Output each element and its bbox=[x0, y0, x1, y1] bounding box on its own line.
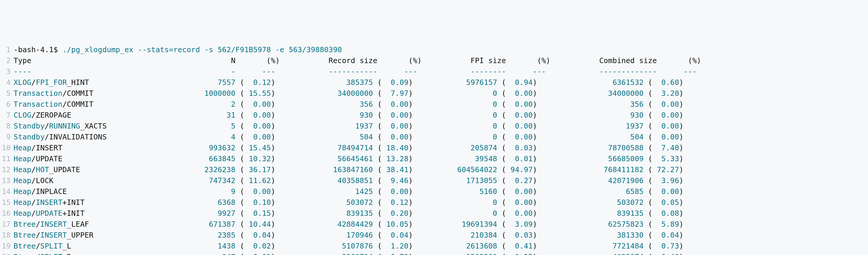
cmd-val-e: 563/39880390 bbox=[288, 45, 342, 54]
code-line: Btree/INSERT_LEAF 671387 ( 10.44) 428844… bbox=[13, 219, 701, 230]
table-row: Heap/LOCK 747342 ( 11.62) 40358851 ( 9.4… bbox=[13, 176, 683, 185]
prompt: -bash-4.1$ bbox=[13, 45, 62, 54]
line-number-gutter: 1234567891011121314151617181920212223 bbox=[0, 44, 13, 255]
table-row: Heap/INSERT+INIT 6368 ( 0.10) 503072 ( 0… bbox=[13, 198, 683, 206]
table-row: Heap/UPDATE+INIT 9927 ( 0.15) 839135 ( 0… bbox=[13, 209, 683, 218]
table-row: Standby/RUNNING_XACTS 5 ( 0.00) 1937 ( 0… bbox=[13, 122, 683, 130]
table-row: XLOG/FPI_FOR_HINT 7557 ( 0.12) 385375 ( … bbox=[13, 78, 683, 87]
code-line: Heap/UPDATE 663845 ( 10.32) 56645461 ( 1… bbox=[13, 153, 701, 164]
line-number: 20 bbox=[2, 251, 10, 255]
table-row: Heap/INPLACE 9 ( 0.00) 1425 ( 0.00) 5160… bbox=[13, 187, 683, 196]
cmd-flag-s: -s bbox=[204, 45, 213, 54]
table-row: Heap/UPDATE 663845 ( 10.32) 56645461 ( 1… bbox=[13, 155, 683, 163]
code-line: Heap/INSERT 993632 ( 15.45) 78494714 ( 1… bbox=[13, 142, 701, 153]
table-row: Heap/INSERT 993632 ( 15.45) 78494714 ( 1… bbox=[13, 144, 683, 152]
table-row: Btree/SPLIT_R 947 ( 0.01) 3360714 ( 0.79… bbox=[13, 253, 683, 255]
hdr-cs-pct: (%) bbox=[657, 56, 702, 65]
line-number: 15 bbox=[2, 197, 10, 208]
hdr-cs: Combined size bbox=[550, 56, 657, 65]
code-line: Btree/SPLIT_L 1438 ( 0.02) 5107876 ( 1.2… bbox=[13, 241, 701, 251]
sep-fs-pct: --- bbox=[506, 67, 546, 76]
table-row: Btree/INSERT_LEAF 671387 ( 10.44) 428844… bbox=[13, 220, 683, 228]
line-number: 19 bbox=[2, 241, 10, 251]
hdr-n: N bbox=[191, 56, 236, 65]
code-line: Heap/UPDATE+INIT 9927 ( 0.15) 839135 ( 0… bbox=[13, 208, 701, 219]
hdr-fs-pct: (%) bbox=[506, 56, 551, 65]
line-number: 9 bbox=[2, 131, 10, 142]
sep-rs: ----------- bbox=[280, 67, 377, 76]
code-line: XLOG/FPI_FOR_HINT 7557 ( 0.12) 385375 ( … bbox=[13, 77, 701, 88]
code-line: Standby/RUNNING_XACTS 5 ( 0.00) 1937 ( 0… bbox=[13, 121, 701, 131]
sep-rs-pct: --- bbox=[377, 67, 417, 76]
sep-fs: -------- bbox=[422, 67, 506, 76]
code-line: Btree/INSERT_UPPER 2385 ( 0.04) 170946 (… bbox=[13, 230, 701, 241]
code-line: Heap/INSERT+INIT 6368 ( 0.10) 503072 ( 0… bbox=[13, 197, 701, 208]
line-number: 17 bbox=[2, 219, 10, 230]
line-number: 14 bbox=[2, 186, 10, 197]
line-number: 3 bbox=[2, 66, 10, 77]
code-line: Transaction/COMMIT 2 ( 0.00) 356 ( 0.00)… bbox=[13, 99, 701, 110]
code-line: Heap/INPLACE 9 ( 0.00) 1425 ( 0.00) 5160… bbox=[13, 186, 701, 197]
line-number: 8 bbox=[2, 121, 10, 131]
line-number: 16 bbox=[2, 208, 10, 219]
hdr-fs: FPI size bbox=[422, 56, 506, 65]
hdr-type: Type bbox=[13, 56, 191, 65]
code-line: Btree/SPLIT_R 947 ( 0.01) 3360714 ( 0.79… bbox=[13, 251, 701, 255]
code-line: CLOG/ZEROPAGE 31 ( 0.00) 930 ( 0.00) 0 (… bbox=[13, 110, 701, 121]
line-number: 6 bbox=[2, 99, 10, 110]
code-line: Transaction/COMMIT 1000000 ( 15.55) 3400… bbox=[13, 88, 701, 99]
table-row: Transaction/COMMIT 1000000 ( 15.55) 3400… bbox=[13, 89, 683, 98]
code-line: Standby/INVALIDATIONS 4 ( 0.00) 504 ( 0.… bbox=[13, 131, 701, 142]
sep-type: ---- bbox=[13, 67, 191, 76]
table-row: CLOG/ZEROPAGE 31 ( 0.00) 930 ( 0.00) 0 (… bbox=[13, 111, 683, 119]
line-number: 13 bbox=[2, 175, 10, 186]
line-number: 4 bbox=[2, 77, 10, 88]
line-number: 2 bbox=[2, 55, 10, 66]
table-row: Btree/INSERT_UPPER 2385 ( 0.04) 170946 (… bbox=[13, 231, 683, 240]
line-number: 10 bbox=[2, 142, 10, 153]
hdr-rs: Record size bbox=[280, 56, 377, 65]
code-line: ---- - --- ----------- --- -------- --- … bbox=[13, 66, 701, 77]
cmd-flag-e: -e bbox=[275, 45, 284, 54]
line-number: 11 bbox=[2, 153, 10, 164]
code-line: -bash-4.1$ ./pg_xlogdump_ex --stats=reco… bbox=[13, 44, 701, 55]
line-number: 5 bbox=[2, 88, 10, 99]
line-number: 18 bbox=[2, 230, 10, 241]
sep-cs: ------------- bbox=[550, 67, 657, 76]
table-row: Transaction/COMMIT 2 ( 0.00) 356 ( 0.00)… bbox=[13, 100, 683, 108]
table-row: Heap/HOT_UPDATE 2326238 ( 36.17) 1638471… bbox=[13, 165, 683, 174]
line-number: 12 bbox=[2, 164, 10, 175]
sep-n: - bbox=[191, 67, 236, 76]
code-line: Heap/LOCK 747342 ( 11.62) 40358851 ( 9.4… bbox=[13, 175, 701, 186]
hdr-rs-pct: (%) bbox=[377, 56, 422, 65]
sep-cs-pct: --- bbox=[657, 67, 697, 76]
line-number: 1 bbox=[2, 44, 10, 55]
terminal-output[interactable]: -bash-4.1$ ./pg_xlogdump_ex --stats=reco… bbox=[13, 44, 701, 255]
sep-n-pct: --- bbox=[236, 67, 275, 76]
cmd-exe: ./pg_xlogdump_ex bbox=[62, 45, 133, 54]
code-line: Type N (%) Record size (%) FPI size (%) … bbox=[13, 55, 701, 66]
hdr-n-pct: (%) bbox=[236, 56, 280, 65]
table-row: Btree/SPLIT_L 1438 ( 0.02) 5107876 ( 1.2… bbox=[13, 242, 683, 250]
line-number: 7 bbox=[2, 110, 10, 121]
cmd-val-s: 562/F91B5978 bbox=[218, 45, 271, 54]
cmd-flag-stats: --stats=record bbox=[138, 45, 200, 54]
code-line: Heap/HOT_UPDATE 2326238 ( 36.17) 1638471… bbox=[13, 164, 701, 175]
table-row: Standby/INVALIDATIONS 4 ( 0.00) 504 ( 0.… bbox=[13, 133, 683, 141]
